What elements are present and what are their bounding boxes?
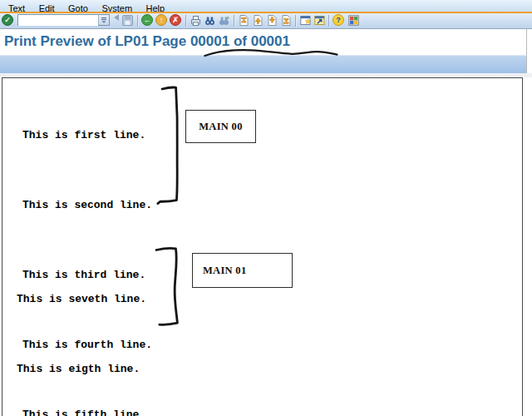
- main01-label: MAIN 01: [203, 265, 246, 277]
- back-arrow-icon: ←: [144, 16, 151, 24]
- question-mark-icon: ?: [336, 16, 341, 24]
- save-icon[interactable]: [121, 14, 134, 27]
- page-title: Print Preview of LP01 Page 00001 of 0000…: [4, 33, 290, 50]
- print-icon[interactable]: [190, 14, 202, 27]
- main01-lines: This is seveth line. This is eigth line.…: [17, 241, 146, 416]
- find-next-icon[interactable]: [218, 14, 230, 27]
- previous-page-icon[interactable]: [252, 14, 264, 27]
- collapse-command-icon[interactable]: [114, 14, 119, 21]
- last-page-icon[interactable]: [280, 14, 293, 27]
- generate-shortcut-icon[interactable]: [313, 14, 326, 27]
- cancel-button[interactable]: ✗: [170, 14, 181, 26]
- preview-line: This is first line.: [22, 124, 152, 147]
- back-button[interactable]: ←: [141, 14, 153, 26]
- help-button[interactable]: ?: [332, 14, 344, 26]
- print-preview-page: This is first line. This is second line.…: [2, 77, 523, 416]
- exit-button[interactable]: ↑: [155, 14, 167, 26]
- command-field[interactable]: [17, 14, 110, 26]
- new-session-icon[interactable]: [299, 14, 312, 27]
- application-toolbar: [0, 55, 527, 73]
- main01-box: MAIN 01: [192, 253, 293, 288]
- check-icon: ✓: [4, 16, 11, 24]
- exit-arrow-icon: ↑: [160, 16, 164, 24]
- preview-line: This is second line.: [22, 194, 152, 217]
- enter-button[interactable]: ✓: [2, 14, 13, 26]
- find-icon[interactable]: [204, 14, 216, 27]
- main00-box: MAIN 00: [185, 110, 256, 143]
- command-input[interactable]: [18, 16, 98, 26]
- first-page-icon[interactable]: [238, 14, 250, 27]
- command-history-dropdown-icon[interactable]: [98, 15, 109, 25]
- standard-toolbar: ✓ ← ↑ ✗: [0, 13, 532, 29]
- cancel-x-icon: ✗: [172, 16, 179, 24]
- title-bar: Print Preview of LP01 Page 00001 of 0000…: [0, 29, 527, 55]
- preview-line: This is eigth line.: [17, 358, 146, 381]
- customize-layout-icon[interactable]: [347, 14, 360, 27]
- next-page-icon[interactable]: [266, 14, 278, 27]
- preview-line: This is seveth line.: [17, 288, 146, 311]
- main00-label: MAIN 00: [199, 121, 242, 133]
- menu-bar: Text Edit Goto System Help: [0, 0, 532, 12]
